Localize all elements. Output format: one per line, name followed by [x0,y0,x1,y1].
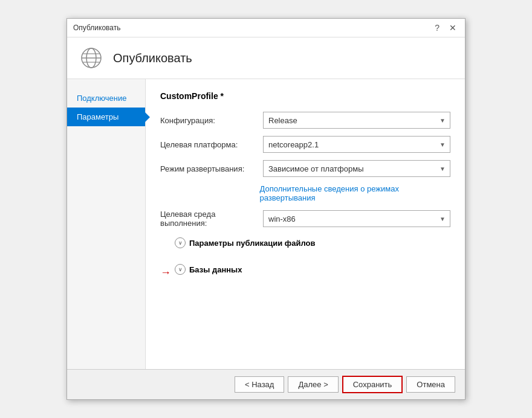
red-arrow-icon: → [160,267,171,278]
target-platform-label: Целевая платформа: [160,140,263,149]
sections-container: ∨ Параметры публикации файлов → ∨ Базы д… [160,235,450,283]
title-bar-title: Опубликовать [73,24,120,32]
globe-icon [79,46,103,70]
cancel-button[interactable]: Отмена [406,376,455,393]
back-button[interactable]: < Назад [235,376,284,393]
configuration-wrapper: Release Debug ▼ [263,112,450,129]
deploy-mode-select[interactable]: Зависимое от платформы Автономное [263,160,450,177]
target-platform-wrapper: netcoreapp2.1 netcoreapp2.0 ▼ [263,136,450,153]
deploy-mode-label: Режим развертывания: [160,164,263,173]
deploy-mode-link[interactable]: Дополнительные сведения о режимах развер… [260,184,450,202]
databases-chevron: ∨ [175,264,186,275]
title-bar-controls: ? ✕ [432,22,459,33]
file-publish-chevron: ∨ [175,237,186,248]
title-bar-label: Опубликовать [73,24,120,32]
target-platform-row: Целевая платформа: netcoreapp2.1 netcore… [160,136,450,153]
dialog-body: Подключение Параметры CustomProfile * Ко… [67,79,465,369]
databases-title: Базы данных [189,265,242,274]
sidebar-item-podklyuchenie[interactable]: Подключение [67,89,145,108]
configuration-select[interactable]: Release Debug [263,112,450,129]
main-content: CustomProfile * Конфигурация: Release De… [146,79,465,369]
sidebar: Подключение Параметры [67,79,146,369]
link-offset [160,184,260,202]
close-button[interactable]: ✕ [447,22,459,33]
profile-title: CustomProfile * [160,91,450,101]
title-bar: Опубликовать ? ✕ [67,19,465,37]
help-button[interactable]: ? [432,22,442,33]
target-platform-select[interactable]: netcoreapp2.1 netcoreapp2.0 [263,136,450,153]
deploy-link-row: Дополнительные сведения о режимах развер… [160,184,450,202]
sidebar-item-parametry[interactable]: Параметры [67,108,145,126]
dialog-header: Опубликовать [67,37,465,79]
file-publish-section-header[interactable]: ∨ Параметры публикации файлов [175,235,315,251]
header-title: Опубликовать [113,51,192,65]
databases-section-row: → ∨ Базы данных [160,262,450,283]
deploy-mode-row: Режим развертывания: Зависимое от платфо… [160,160,450,177]
target-runtime-select[interactable]: win-x86 win-x64 linux-x64 osx-x64 [263,210,450,227]
target-runtime-row: Целевая среда выполнения: win-x86 win-x6… [160,210,450,228]
target-runtime-label: Целевая среда выполнения: [160,210,263,228]
publish-dialog: Опубликовать ? ✕ Опубликовать Подключени… [66,18,465,400]
configuration-label: Конфигурация: [160,116,263,125]
file-publish-title: Параметры публикации файлов [189,239,315,248]
save-button[interactable]: Сохранить [342,376,403,393]
deploy-mode-wrapper: Зависимое от платформы Автономное ▼ [263,160,450,177]
databases-section-header[interactable]: ∨ Базы данных [175,262,242,277]
target-runtime-wrapper: win-x86 win-x64 linux-x64 osx-x64 ▼ [263,210,450,227]
file-publish-section-row: ∨ Параметры публикации файлов [160,235,450,257]
configuration-row: Конфигурация: Release Debug ▼ [160,112,450,129]
dialog-footer: < Назад Далее > Сохранить Отмена [67,369,465,399]
next-button[interactable]: Далее > [288,376,338,393]
